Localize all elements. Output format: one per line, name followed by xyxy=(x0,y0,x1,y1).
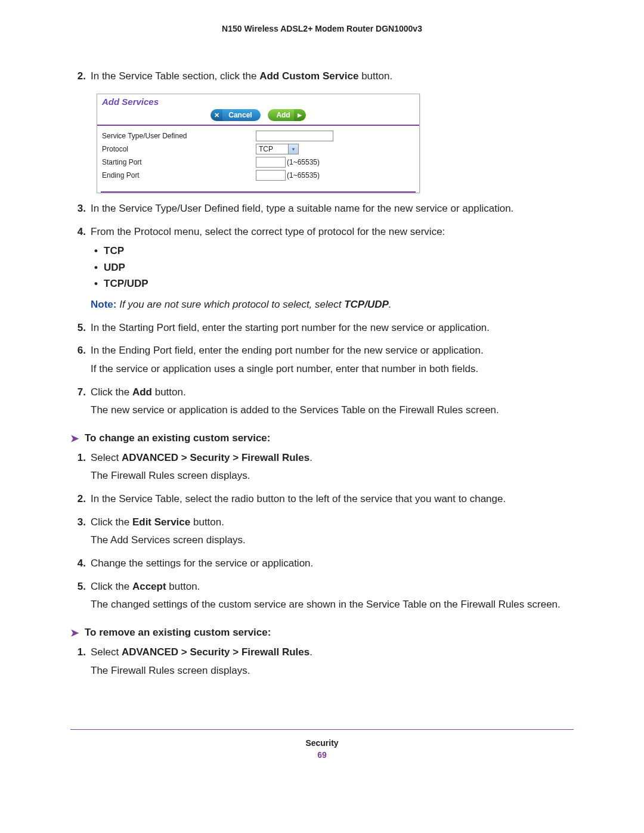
arrow-right-icon: ➤ xyxy=(70,627,85,639)
step-6a-text: In the Ending Port field, enter the endi… xyxy=(91,343,574,358)
procedure-heading-change: ➤ To change an existing custom service: xyxy=(70,432,574,445)
list-item: TCP/UDP xyxy=(91,275,574,292)
port-range-hint: (1~65535) xyxy=(287,171,320,179)
chevron-right-icon: ▶ xyxy=(294,109,306,121)
service-type-input[interactable] xyxy=(256,131,333,141)
step-number: 5. xyxy=(70,580,91,616)
step-2-text: In the Service Table section, click the … xyxy=(91,69,574,84)
protocol-label: Protocol xyxy=(102,145,256,153)
service-type-label: Service Type/User Defined xyxy=(102,132,256,140)
starting-port-input[interactable] xyxy=(256,157,286,168)
step-number: 2. xyxy=(70,69,91,88)
cancel-button[interactable]: ✕ Cancel xyxy=(212,109,260,121)
change-step-3a: Click the Edit Service button. xyxy=(91,515,574,530)
protocol-options-list: TCP UDP TCP/UDP xyxy=(91,243,574,292)
step-number: 3. xyxy=(70,202,91,220)
step-4-lead: From the Protocol menu, select the corre… xyxy=(91,225,574,240)
step-number: 1. xyxy=(70,451,91,487)
list-item: TCP xyxy=(91,243,574,259)
step-number: 4. xyxy=(70,556,91,575)
note: Note: If you are not sure which protocol… xyxy=(91,298,574,312)
step-3-text: In the Service Type/User Defined field, … xyxy=(91,202,574,216)
step-number: 4. xyxy=(70,225,91,316)
change-step-1a: Select ADVANCED > Security > Firewall Ru… xyxy=(91,451,574,466)
list-item: UDP xyxy=(91,259,574,275)
panel-title: Add Services xyxy=(97,94,419,108)
step-number: 7. xyxy=(70,385,91,422)
procedure-heading-remove: ➤ To remove an existing custom service: xyxy=(70,627,574,639)
starting-port-label: Starting Port xyxy=(102,158,256,166)
step-5-text: In the Starting Port field, enter the st… xyxy=(91,321,574,336)
step-7b-text: The new service or application is added … xyxy=(91,403,574,418)
step-7a-text: Click the Add button. xyxy=(91,385,574,400)
add-services-screenshot: Add Services ✕ Cancel Add ▶ Service Type… xyxy=(97,94,420,194)
change-step-2: In the Service Table, select the radio b… xyxy=(91,492,574,507)
page-number: 69 xyxy=(70,750,574,760)
change-step-1b: The Firewall Rules screen displays. xyxy=(91,469,574,484)
chevron-down-icon: ▼ xyxy=(288,144,298,154)
change-step-5b: The changed settings of the custom servi… xyxy=(91,597,574,612)
change-step-3b: The Add Services screen displays. xyxy=(91,533,574,548)
add-button[interactable]: Add ▶ xyxy=(268,109,304,121)
protocol-select[interactable]: TCP ▼ xyxy=(256,144,299,154)
ending-port-label: Ending Port xyxy=(102,171,256,179)
step-number: 2. xyxy=(70,492,91,510)
step-number: 1. xyxy=(70,645,91,682)
arrow-right-icon: ➤ xyxy=(70,432,85,445)
remove-step-1a: Select ADVANCED > Security > Firewall Ru… xyxy=(91,645,574,660)
ending-port-input[interactable] xyxy=(256,170,286,181)
step-number: 5. xyxy=(70,321,91,339)
footer-section: Security xyxy=(70,738,574,748)
step-number: 3. xyxy=(70,515,91,552)
close-icon: ✕ xyxy=(210,109,222,121)
document-header: N150 Wireless ADSL2+ Modem Router DGN100… xyxy=(70,24,574,33)
port-range-hint: (1~65535) xyxy=(287,158,320,166)
step-number: 6. xyxy=(70,343,91,380)
change-step-5a: Click the Accept button. xyxy=(91,580,574,594)
footer-divider xyxy=(70,729,574,730)
change-step-4: Change the settings for the service or a… xyxy=(91,556,574,571)
step-6b-text: If the service or application uses a sin… xyxy=(91,362,574,377)
remove-step-1b: The Firewall Rules screen displays. xyxy=(91,664,574,679)
